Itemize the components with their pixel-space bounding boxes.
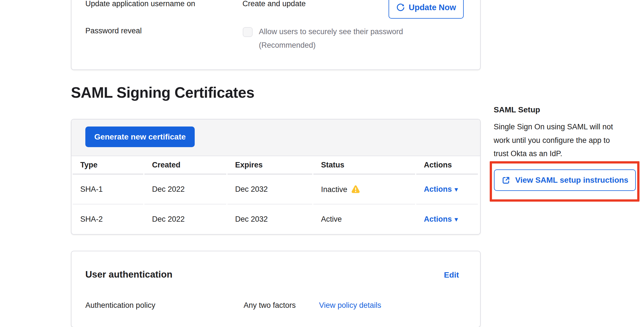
cell-expires: Dec 2032 [227, 175, 312, 204]
external-link-icon [501, 176, 511, 185]
actions-label: Actions [424, 215, 452, 224]
row-actions-menu[interactable]: Actions ▾ [424, 185, 458, 194]
view-saml-setup-instructions-button[interactable]: View SAML setup instructions [494, 169, 636, 191]
user-authentication-card: User authentication Edit Authentication … [71, 251, 481, 327]
col-header-actions: Actions [416, 156, 478, 175]
caret-down-icon: ▾ [455, 216, 458, 223]
cell-type: SHA-1 [73, 175, 143, 204]
row-actions-menu[interactable]: Actions ▾ [424, 215, 458, 224]
cell-actions: Actions ▾ [416, 175, 478, 204]
password-reveal-checkbox[interactable] [243, 27, 253, 37]
cell-actions: Actions ▾ [416, 204, 478, 234]
caret-down-icon: ▾ [455, 186, 458, 193]
col-header-created: Created [144, 156, 226, 175]
cell-status: Inactive [313, 175, 415, 204]
certificates-table: Type Created Expires Status Actions SHA-… [71, 156, 479, 234]
update-username-label: Update application username on [85, 0, 195, 8]
col-header-expires: Expires [227, 156, 312, 175]
status-text: Inactive [321, 185, 347, 194]
password-reveal-label: Password reveal [85, 27, 142, 35]
cell-expires: Dec 2032 [227, 204, 312, 234]
edit-link[interactable]: Edit [444, 271, 459, 280]
actions-label: Actions [424, 185, 452, 194]
authentication-policy-label: Authentication policy [85, 301, 155, 310]
saml-signing-certificates-heading: SAML Signing Certificates [71, 84, 254, 102]
table-row: SHA-2 Dec 2022 Dec 2032 Active Actions ▾ [73, 204, 478, 234]
update-username-value: Create and update [242, 0, 306, 8]
view-saml-setup-label: View SAML setup instructions [515, 176, 628, 185]
view-policy-details-link[interactable]: View policy details [319, 301, 381, 310]
user-authentication-heading: User authentication [85, 269, 172, 280]
status-text: Active [321, 215, 342, 223]
provisioning-settings-card: Update application username on Create an… [71, 0, 481, 70]
saml-setup-description: Single Sign On using SAML will not work … [494, 120, 626, 161]
table-row: SHA-1 Dec 2022 Dec 2032 Inactive Actions [73, 175, 478, 204]
update-now-label: Update Now [409, 3, 456, 12]
table-header-row: Type Created Expires Status Actions [73, 156, 478, 175]
generate-certificate-button[interactable]: Generate new certificate [85, 127, 195, 147]
cell-type: SHA-2 [73, 204, 143, 234]
certificates-panel: Generate new certificate Type Created Ex… [71, 119, 481, 235]
cell-created: Dec 2022 [144, 175, 226, 204]
saml-setup-heading: SAML Setup [494, 105, 540, 115]
authentication-policy-value: Any two factors [244, 301, 296, 310]
update-now-button[interactable]: Update Now [389, 0, 464, 19]
cell-created: Dec 2022 [144, 204, 226, 234]
refresh-icon [396, 3, 405, 12]
cell-status: Active [313, 204, 415, 234]
certificates-toolbar: Generate new certificate [71, 119, 480, 156]
col-header-type: Type [73, 156, 143, 175]
password-reveal-checkbox-text: Allow users to securely see their passwo… [259, 25, 434, 52]
col-header-status: Status [313, 156, 415, 175]
warning-icon [351, 185, 360, 193]
